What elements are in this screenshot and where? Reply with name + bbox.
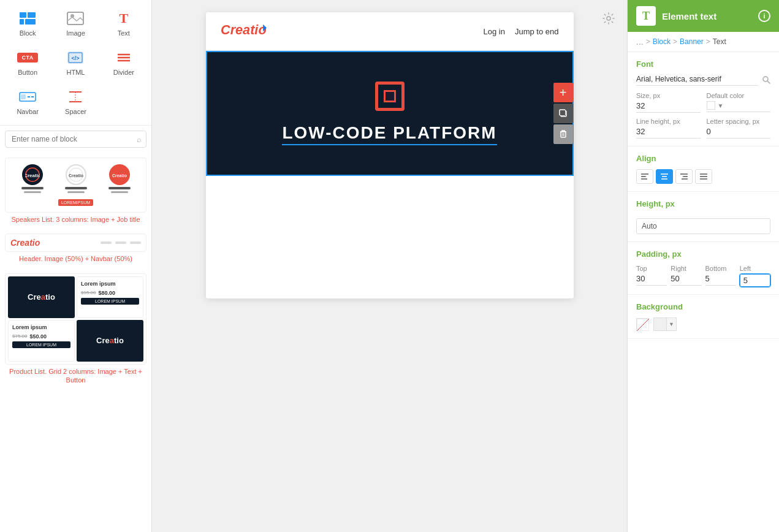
align-right-btn[interactable]: [675, 169, 693, 184]
header-preview-card: Creatio: [5, 234, 146, 252]
sidebar-item-divider[interactable]: Divider: [101, 44, 146, 81]
lorem-badge: LOREMIPSUM: [58, 199, 93, 206]
spacer-label: Spacer: [65, 108, 86, 115]
sidebar-item-block[interactable]: Block: [5, 5, 50, 42]
speaker-job-3: [111, 191, 128, 193]
product-cell-light-1: Lorem ipsum $95.00 $80.00 LOREM IPSUM: [77, 276, 143, 318]
height-section-title: Height, px: [636, 199, 770, 208]
svg-text:Creatio: Creatio: [25, 173, 40, 178]
spacer-icon: [64, 88, 86, 105]
block-label: Block: [20, 29, 36, 37]
navbar-icon: [17, 88, 39, 105]
product-cell-dark-1: Creatio: [8, 276, 75, 318]
divider-icon: [113, 49, 135, 66]
speaker-name-1: [21, 187, 44, 189]
line-height-group: Line height, px 32: [636, 118, 701, 139]
size-value[interactable]: 32: [636, 101, 701, 113]
canvas-add-btn[interactable]: +: [553, 83, 573, 102]
padding-bottom-value[interactable]: 5: [705, 274, 736, 286]
speaker-name-3: [108, 187, 131, 189]
bg-color-picker[interactable]: ▼: [653, 317, 677, 331]
speakers-preview-item[interactable]: Creatio Creatio Creatio: [5, 158, 146, 224]
canvas-delete-btn[interactable]: [553, 124, 573, 144]
svg-text:</>: </>: [72, 55, 80, 61]
product-preview-item[interactable]: Creatio Lorem ipsum $95.00 $80.00 LOREM …: [5, 273, 146, 385]
canvas-jump-link[interactable]: Jump to end: [515, 27, 559, 36]
speakers-caption: Speakers List. 3 columns: Image + Job ti…: [5, 213, 146, 224]
text-icon: T: [113, 10, 135, 27]
default-color-label: Default color: [707, 92, 771, 99]
sidebar-item-text[interactable]: T Text: [101, 5, 146, 42]
align-section-title: Align: [636, 154, 770, 163]
left-sidebar: Block Image T Text CTA Button: [0, 0, 152, 532]
canvas-actions: +: [553, 83, 573, 144]
html-icon: </>: [64, 49, 86, 66]
svg-text:Creatio: Creatio: [221, 22, 267, 37]
line-height-label: Line height, px: [636, 118, 701, 125]
color-box: [707, 101, 715, 110]
letter-spacing-value[interactable]: 0: [707, 127, 771, 139]
padding-right-group: Right 50: [671, 265, 701, 287]
header-nav: [101, 241, 141, 244]
align-justify-btn[interactable]: [695, 169, 712, 184]
header-preview-item[interactable]: Creatio Header. Image (50%) + Navbar (50…: [5, 234, 146, 263]
header-logo: Creatio: [10, 238, 40, 248]
product-cell-dark-2: Creatio: [77, 320, 143, 362]
default-color-value[interactable]: ▼: [707, 101, 771, 112]
search-bar: ⌕: [0, 125, 151, 153]
search-input[interactable]: [5, 131, 146, 148]
panel-background-section: Background ▼: [628, 295, 779, 339]
padding-top-label: Top: [636, 265, 667, 272]
line-height-value[interactable]: 32: [636, 127, 701, 139]
product-logo-2: Creatio: [96, 336, 124, 345]
padding-top-value[interactable]: 30: [636, 274, 667, 286]
svg-rect-1: [28, 12, 36, 18]
sidebar-item-button[interactable]: CTA Button: [5, 44, 50, 81]
align-left-btn[interactable]: [636, 169, 653, 184]
padding-right-value[interactable]: 50: [671, 274, 701, 286]
sidebar-item-image[interactable]: Image: [53, 5, 98, 42]
panel-info-btn[interactable]: i: [758, 10, 770, 22]
header-caption: Header. Image (50%) + Navbar (50%): [5, 252, 146, 263]
panel-align-section: Align: [628, 146, 779, 192]
settings-gear-icon[interactable]: [602, 12, 615, 28]
sidebar-item-navbar[interactable]: Navbar: [5, 83, 50, 120]
font-search-icon[interactable]: [762, 75, 770, 86]
canvas-login-link[interactable]: Log in: [484, 27, 505, 36]
bg-transparent-box[interactable]: [636, 318, 648, 330]
banner-icon: [375, 82, 405, 111]
canvas-banner-text[interactable]: LOW-CODE PLATFORM: [282, 123, 496, 145]
breadcrumb-block[interactable]: Block: [653, 37, 671, 46]
svg-rect-2: [20, 19, 24, 25]
size-group: Size, px 32: [636, 92, 701, 113]
default-color-group: Default color ▼: [707, 92, 771, 113]
svg-rect-3: [25, 19, 36, 25]
padding-left-value[interactable]: 5: [740, 274, 770, 287]
product-caption: Product List. Grid 2 columns: Image + Te…: [5, 365, 146, 385]
speaker-avatar-2: Creatio: [66, 164, 86, 185]
height-input[interactable]: [636, 218, 770, 234]
image-label: Image: [66, 29, 85, 37]
letter-spacing-label: Letter spacing, px: [707, 118, 771, 125]
product-logo-1: Creatio: [28, 292, 55, 302]
breadcrumb-text: Text: [713, 37, 726, 46]
font-family-value[interactable]: Arial, Helvetica, sans-serif: [636, 75, 758, 86]
canvas-banner[interactable]: LOW-CODE PLATFORM: [207, 52, 572, 175]
svg-line-35: [768, 81, 770, 83]
speaker-avatar-3: Creatio: [109, 164, 130, 185]
breadcrumb-banner[interactable]: Banner: [680, 37, 704, 46]
canvas-copy-btn[interactable]: [553, 104, 573, 123]
speaker-name-2: [65, 187, 87, 189]
right-panel: T Element text i ... > Block > Banner > …: [627, 0, 779, 532]
align-center-btn[interactable]: [656, 169, 673, 184]
sidebar-item-spacer[interactable]: Spacer: [53, 83, 98, 120]
main-content: Creatio Log in Jump to end LOW-CODE PLAT…: [152, 0, 627, 532]
font-section-title: Font: [636, 59, 770, 69]
align-buttons: [636, 169, 770, 184]
navbar-label: Navbar: [17, 108, 38, 115]
canvas-logo: Creatio: [221, 20, 282, 43]
padding-left-group: Left 5: [740, 265, 770, 287]
sidebar-item-html[interactable]: </> HTML: [53, 44, 98, 81]
svg-rect-13: [21, 94, 26, 99]
letter-spacing-group: Letter spacing, px 0: [707, 118, 771, 139]
